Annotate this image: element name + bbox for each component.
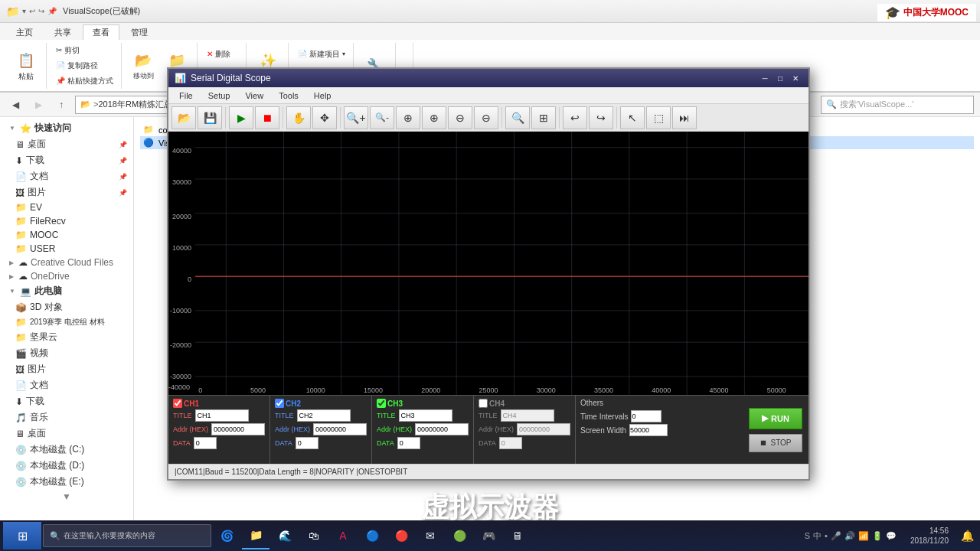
toolbar-redo-button[interactable]: ↪ [589,106,613,129]
ch1-addr-input[interactable] [211,423,265,435]
tray-wifi-icon[interactable]: 📶 [858,531,869,541]
notification-icon[interactable]: 🔔 [958,530,977,542]
scope-minimize-button[interactable]: ─ [758,72,772,84]
toolbar-move-button[interactable]: ✥ [312,106,337,129]
toolbar-zoom-out2-button[interactable]: ⊖ [448,106,472,129]
menu-file[interactable]: File [172,90,201,102]
taskbar-outlook-icon[interactable]: ✉ [416,522,444,549]
ch3-addr-input[interactable] [415,423,469,435]
taskbar-app8-icon[interactable]: 🎮 [475,522,502,549]
ch2-title-input[interactable] [297,409,351,422]
menu-setup[interactable]: Setup [201,90,238,102]
taskbar-app6-icon[interactable]: 🔴 [387,522,415,549]
sidebar-item-dl[interactable]: ⬇ 下载 [0,393,133,409]
scope-close-button[interactable]: ✕ [789,72,802,84]
paste-shortcut-button[interactable]: 📌 粘贴快捷方式 [53,75,116,87]
toolbar-zoom-in3-button[interactable]: ⊕ [422,106,446,129]
ch1-data-input[interactable] [194,437,217,449]
sidebar-section-quick-access[interactable]: ▼ ⭐ 快速访问 [0,120,133,136]
paste-button[interactable]: 📋 粘贴 [11,48,41,83]
sidebar-item-2019[interactable]: 📁 2019赛季 电控组 材料 [0,315,133,329]
sidebar-item-documents[interactable]: 📄 文档 [0,377,133,393]
sidebar-item-diskd[interactable]: 💿 本地磁盘 (D:) [0,458,133,474]
tab-share[interactable]: 共享 [44,24,81,40]
sidebar-item-desktop[interactable]: 🖥 桌面 📌 [0,136,133,152]
sidebar-item-3d[interactable]: 📦 3D 对象 [0,299,133,315]
sidebar-item-docs[interactable]: 📄 文档 📌 [0,168,133,184]
taskbar-acrobat-icon[interactable]: A [329,522,357,549]
start-button[interactable]: ⊞ [3,522,41,549]
screen-width-input[interactable] [629,424,668,436]
tray-volume-icon[interactable]: 🔊 [844,531,855,541]
menu-help[interactable]: Help [306,90,339,102]
ch4-data-input[interactable] [499,437,522,449]
tray-msg-icon[interactable]: 💬 [886,531,897,541]
taskbar-app7-icon[interactable]: 🟢 [446,522,473,549]
toolbar-zoom-in-button[interactable]: 🔍+ [344,106,368,129]
toolbar-save-button[interactable]: 💾 [198,106,222,129]
sidebar-item-ev[interactable]: 📁 EV [0,201,133,214]
tab-manage[interactable]: 管理 [121,24,158,40]
toolbar-hand-button[interactable]: ✋ [286,106,311,129]
ch1-title-input[interactable] [195,409,249,422]
sidebar-item-video[interactable]: 🎬 视频 [0,345,133,361]
toolbar-open-button[interactable]: 📂 [172,106,196,129]
scope-maximize-button[interactable]: □ [773,72,787,84]
sidebar-item-diske[interactable]: 💿 本地磁盘 (E:) [0,474,133,490]
toolbar-find-button[interactable]: 🔍 [505,106,530,129]
ch2-addr-input[interactable] [313,423,367,435]
sidebar-item-music[interactable]: 🎵 音乐 [0,409,133,425]
back-button[interactable]: ◀ [6,96,24,114]
toolbar-run-button[interactable]: ▶ [229,106,253,129]
sidebar-item-onedrive[interactable]: ▶ ☁ OneDrive [0,269,133,283]
sidebar-item-user[interactable]: 📁 USER [0,242,133,256]
toolbar-zoom-out-button[interactable]: 🔍- [370,106,394,129]
toolbar-undo-button[interactable]: ↩ [563,106,587,129]
toolbar-end-button[interactable]: ⏭ [672,106,697,129]
ch4-checkbox[interactable] [479,399,488,408]
ch2-checkbox[interactable] [275,399,284,408]
taskbar-edge-icon[interactable]: 🌊 [271,522,299,549]
toolbar-zoom-out3-button[interactable]: ⊖ [474,106,498,129]
taskbar-app5-icon[interactable]: 🔵 [358,522,386,549]
sidebar-item-pictures[interactable]: 🖼 图片 📌 [0,184,133,201]
up-button[interactable]: ↑ [52,96,70,114]
menu-tools[interactable]: Tools [271,90,306,102]
search-box[interactable]: 🔍 搜索'VisualScope...' [821,96,974,114]
toolbar-region-button[interactable]: ⬚ [646,106,671,129]
tab-view[interactable]: 查看 [83,24,119,40]
sidebar-item-downloads[interactable]: ⬇ 下载 📌 [0,152,133,168]
taskbar-explorer-icon[interactable]: 📁 [242,522,270,549]
ch1-checkbox[interactable] [173,399,182,408]
ch2-data-input[interactable] [296,437,318,449]
time-intervals-input[interactable] [631,410,662,422]
cut-button[interactable]: ✂ 剪切 [53,44,116,57]
sidebar-item-diskc[interactable]: 💿 本地磁盘 (C:) [0,442,133,458]
sidebar-item-filerecv[interactable]: 📁 FileRecv [0,214,133,228]
ch4-addr-input[interactable] [517,423,570,435]
deselect-all-button[interactable] [402,65,408,67]
ch3-title-input[interactable] [399,409,452,422]
taskbar-cortana-icon[interactable]: 🌀 [213,522,240,549]
taskbar-store-icon[interactable]: 🛍 [300,522,328,549]
sidebar-item-dt[interactable]: 🖥 桌面 [0,425,133,442]
toolbar-zoom-in2-button[interactable]: ⊕ [396,106,420,129]
taskbar-clock[interactable]: 14:56 2018/11/20 [904,526,955,546]
run-button[interactable]: ▶ RUN [749,408,802,429]
copy-path-button[interactable]: 📄 复制路径 [53,60,116,72]
sidebar-item-mooc[interactable]: 📁 MOOC [0,228,133,242]
toolbar-stop-button[interactable]: ⏹ [255,106,279,129]
taskbar-app9-icon[interactable]: 🖥 [504,522,531,549]
menu-view[interactable]: View [237,90,271,102]
ch3-checkbox[interactable] [377,399,386,408]
delete-button[interactable]: ✕ 删除 [204,48,241,60]
sidebar-item-jgy[interactable]: 📁 坚果云 [0,329,133,345]
sidebar-item-creative-cloud[interactable]: ▶ ☁ Creative Cloud Files [0,256,133,269]
sidebar-section-thispc[interactable]: ▼ 💻 此电脑 [0,283,133,299]
toolbar-select-button[interactable]: ↖ [620,106,645,129]
move-to-button[interactable]: 📂 移动到 [128,48,158,83]
new-item-button[interactable]: 📄 新建项目 ▾ [295,48,348,60]
toolbar-fit-button[interactable]: ⊞ [531,106,556,129]
ch3-data-input[interactable] [397,437,420,449]
tab-home[interactable]: 主页 [6,24,43,40]
